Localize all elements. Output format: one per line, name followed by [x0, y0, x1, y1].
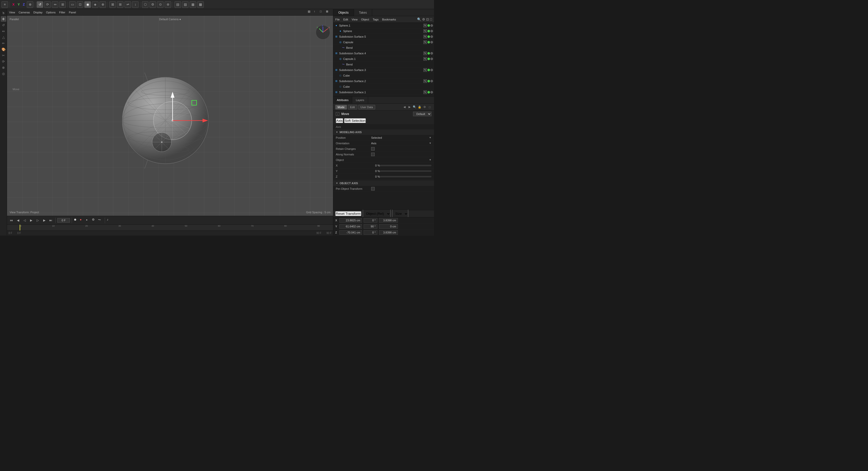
transform-tool[interactable]: ⊞: [59, 1, 66, 8]
left-magnet-tool[interactable]: ⊕: [1, 65, 6, 70]
start-frame2-label[interactable]: 0 F: [17, 232, 21, 235]
tab-objects[interactable]: Objects: [333, 9, 354, 16]
audio-btn[interactable]: ♪: [107, 218, 112, 223]
modeling-axis-header[interactable]: ▼ MODELING AXIS: [333, 129, 434, 135]
vis-check-capsule[interactable]: ✎: [424, 40, 427, 44]
z-rot-input[interactable]: [364, 230, 377, 235]
tree-subdiv3[interactable]: ⊞ Subdivision Surface.3 ✎: [333, 67, 434, 73]
end-frame-label[interactable]: 90 F: [316, 232, 321, 235]
right-expand-icon[interactable]: □: [430, 18, 432, 21]
left-select-tool[interactable]: 🖱: [1, 10, 6, 16]
origin-icon[interactable]: ⊕: [27, 1, 33, 8]
right-collapse-icon[interactable]: ⊡: [426, 18, 429, 21]
right-settings-icon[interactable]: ⚙: [422, 18, 425, 21]
left-scale-tool[interactable]: ⇔: [1, 28, 6, 34]
tree-capsule1[interactable]: ◎ Capsule.1 ✎: [333, 56, 434, 62]
object-arrow[interactable]: ▼: [429, 158, 432, 161]
z-slider[interactable]: [380, 176, 432, 177]
material-icon[interactable]: ⚙: [150, 1, 156, 8]
vis-check-subdiv3[interactable]: ✎: [424, 68, 427, 72]
tree-subdiv1[interactable]: ⊞ Subdivision Surface.1 ✎: [333, 89, 434, 95]
vis-check-subdiv5[interactable]: ✎: [424, 35, 427, 38]
x-rot-input[interactable]: [364, 218, 377, 223]
grid-icon[interactable]: ⊞: [117, 1, 123, 8]
timeline-ruler[interactable]: 0 10 20 30 40 50 60 70 80 90: [7, 225, 333, 231]
viewport-icon4[interactable]: ⊠: [326, 10, 331, 15]
select-mode[interactable]: ◉: [84, 1, 91, 8]
x-slider[interactable]: [380, 165, 432, 166]
orientation-arrow[interactable]: ▼: [429, 142, 432, 145]
mode-dropdown[interactable]: Default: [413, 112, 432, 116]
tree-bend2[interactable]: 〜 Bend: [333, 62, 434, 67]
right-menu-bookmarks[interactable]: Bookmarks: [382, 18, 396, 21]
axis-z[interactable]: Z: [22, 2, 26, 6]
nav-settings[interactable]: ⚙: [423, 105, 427, 110]
render-icon[interactable]: ⬡: [142, 1, 149, 8]
menu-filter[interactable]: Filter: [59, 11, 65, 14]
y-size-input[interactable]: [379, 224, 398, 229]
frame-input[interactable]: [57, 218, 70, 223]
vis-check-subdiv1[interactable]: ✎: [424, 90, 427, 94]
object-tree[interactable]: ● Sphere.1 ✎ ● Sphere: [333, 23, 434, 96]
layout3-icon[interactable]: ▦: [190, 1, 196, 8]
viewport-icon1[interactable]: ▤: [308, 10, 313, 15]
y-slider[interactable]: [380, 170, 432, 172]
nav-search[interactable]: 🔍: [412, 105, 417, 110]
along-normals-checkbox[interactable]: [371, 153, 375, 156]
go-start-btn[interactable]: ⏮: [8, 217, 14, 223]
rotate-tool[interactable]: ⟳: [44, 1, 51, 8]
sym-icon[interactable]: ⇌: [124, 1, 131, 8]
scale-tool[interactable]: ⇔: [52, 1, 58, 8]
position-arrow[interactable]: ▼: [429, 136, 432, 139]
tree-subdiv5[interactable]: ⊞ Subdivision Surface.5 ✎: [333, 34, 434, 39]
tree-sphere[interactable]: ● Sphere ✎: [333, 28, 434, 34]
edge-mode[interactable]: ⊡: [77, 1, 83, 8]
y-rot-input[interactable]: [364, 224, 377, 229]
right-menu-edit[interactable]: Edit: [343, 18, 348, 21]
axis-icon[interactable]: ↕: [132, 1, 138, 8]
next-key-btn[interactable]: ▷: [35, 217, 40, 223]
vis-check-subdiv2[interactable]: ✎: [424, 79, 427, 83]
reset-transform-btn[interactable]: Reset Transform: [335, 211, 361, 216]
axis-x[interactable]: X: [11, 2, 16, 6]
coord-system-dropdown[interactable]: Object (Rel): [363, 209, 391, 218]
object-axis-header[interactable]: ▼ OBJECT AXIS: [333, 180, 434, 186]
left-loop-tool[interactable]: ⟳: [1, 59, 6, 64]
nav-expand[interactable]: □: [428, 105, 432, 110]
viewport[interactable]: Parallel Default Camera ● Move: [7, 16, 333, 216]
axis-y[interactable]: Y: [17, 2, 21, 6]
left-poly-tool[interactable]: △: [1, 34, 6, 40]
auto-key-btn[interactable]: ●: [80, 218, 85, 223]
userdata-btn[interactable]: User Data: [358, 105, 375, 110]
vis-check-sphere1[interactable]: ✎: [424, 24, 427, 27]
go-end-btn[interactable]: ⏭: [48, 217, 54, 223]
tree-cube1[interactable]: □ Cube: [333, 73, 434, 78]
right-search-icon[interactable]: 🔍: [417, 18, 421, 21]
menu-panel[interactable]: Panel: [69, 11, 76, 14]
move-arrow-icon[interactable]: ↕: [336, 112, 339, 116]
layout1-icon[interactable]: ▤: [175, 1, 181, 8]
menu-options[interactable]: Options: [46, 11, 56, 14]
x-size-input[interactable]: [379, 218, 398, 223]
tree-sphere1[interactable]: ● Sphere.1 ✎: [333, 23, 434, 28]
right-menu-file[interactable]: File: [335, 18, 340, 21]
axis-tab-btn[interactable]: Axis: [336, 118, 343, 123]
left-rotate-tool[interactable]: ↺: [1, 22, 6, 28]
prev-key-btn[interactable]: ◁: [22, 217, 27, 223]
settings-icon[interactable]: ⊛: [165, 1, 171, 8]
animate-icon[interactable]: ⊙: [157, 1, 164, 8]
polygon-mode[interactable]: ▭: [69, 1, 76, 8]
layout2-icon[interactable]: ▨: [182, 1, 189, 8]
z-pos-input[interactable]: [339, 230, 362, 235]
start-frame-label[interactable]: 0 F: [8, 232, 12, 235]
vis-check-sphere[interactable]: ✎: [424, 29, 427, 33]
size-dropdown[interactable]: Size: [392, 209, 408, 218]
y-pos-input[interactable]: [339, 224, 362, 229]
tab-layers[interactable]: Layers: [352, 96, 368, 104]
menu-display[interactable]: Display: [33, 11, 42, 14]
tree-subdiv2[interactable]: ⊞ Subdivision Surface.2 ✎: [333, 78, 434, 84]
right-menu-object[interactable]: Object: [361, 18, 369, 21]
keyframe-btn[interactable]: ⚙: [92, 218, 97, 223]
menu-icon[interactable]: ≡: [1, 1, 8, 8]
next-frame-btn[interactable]: ▶: [41, 217, 47, 223]
